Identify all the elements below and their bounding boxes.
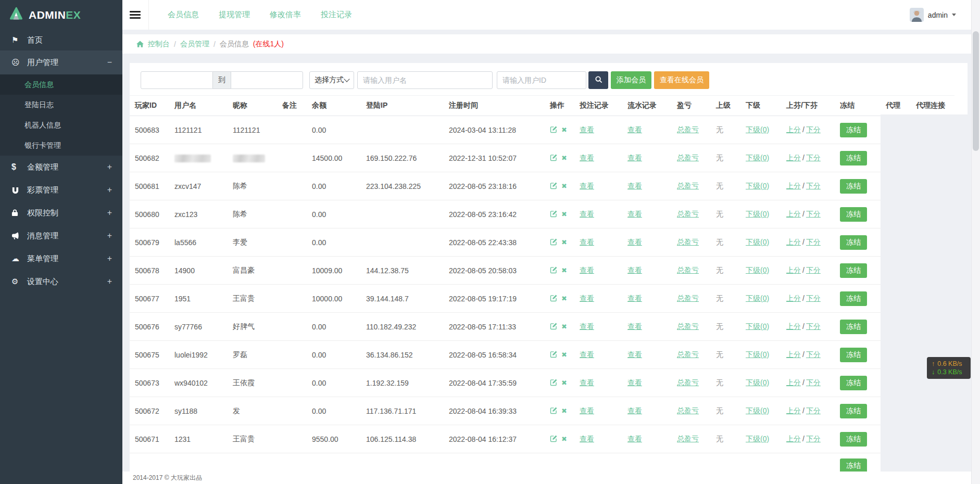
- deduct-points-link[interactable]: 下分: [806, 350, 821, 359]
- sidebar-item-permission-control[interactable]: 权限控制 +: [0, 201, 122, 224]
- total-profit-link[interactable]: 总盈亏: [677, 210, 699, 218]
- add-points-link[interactable]: 上分: [786, 406, 801, 415]
- delete-icon[interactable]: ✖: [561, 126, 567, 134]
- subordinates-link[interactable]: 下级(0): [746, 238, 769, 246]
- view-bets-link[interactable]: 查看: [580, 435, 594, 443]
- freeze-button[interactable]: 冻结: [840, 348, 867, 362]
- deduct-points-link[interactable]: 下分: [806, 182, 821, 190]
- edit-icon[interactable]: [550, 322, 558, 332]
- menu-toggle-button[interactable]: [130, 9, 141, 20]
- range-start-input[interactable]: [141, 71, 213, 89]
- scrollbar-thumb[interactable]: [973, 31, 979, 151]
- scrollbar[interactable]: [971, 0, 980, 484]
- range-end-input[interactable]: [231, 71, 303, 89]
- add-points-link[interactable]: 上分: [786, 266, 801, 274]
- view-flow-link[interactable]: 查看: [627, 322, 642, 330]
- subordinates-link[interactable]: 下级(0): [746, 435, 769, 443]
- sidebar-item-lottery-mgmt[interactable]: 彩票管理 +: [0, 179, 122, 201]
- sidebar-item-home[interactable]: ⚑ 首页: [0, 30, 122, 50]
- sidebar-item-settings-center[interactable]: ⚙ 设置中心 +: [0, 270, 122, 293]
- subordinates-link[interactable]: 下级(0): [746, 378, 769, 387]
- search-button[interactable]: [588, 71, 608, 89]
- sidebar-item-message-mgmt[interactable]: 消息管理 +: [0, 224, 122, 247]
- freeze-button[interactable]: 冻结: [840, 235, 867, 250]
- add-points-link[interactable]: 上分: [786, 125, 801, 134]
- delete-icon[interactable]: ✖: [561, 351, 567, 359]
- add-points-link[interactable]: 上分: [786, 154, 801, 162]
- tab-member-info[interactable]: 会员信息: [168, 10, 199, 20]
- delete-icon[interactable]: ✖: [561, 295, 567, 302]
- total-profit-link[interactable]: 总盈亏: [677, 378, 699, 387]
- total-profit-link[interactable]: 总盈亏: [677, 435, 699, 443]
- total-profit-link[interactable]: 总盈亏: [677, 406, 699, 415]
- subordinates-link[interactable]: 下级(0): [746, 294, 769, 302]
- delete-icon[interactable]: ✖: [561, 266, 567, 274]
- freeze-button[interactable]: 冻结: [840, 291, 867, 306]
- total-profit-link[interactable]: 总盈亏: [677, 322, 699, 330]
- deduct-points-link[interactable]: 下分: [806, 406, 821, 415]
- deduct-points-link[interactable]: 下分: [806, 210, 821, 218]
- deduct-points-link[interactable]: 下分: [806, 154, 821, 162]
- deduct-points-link[interactable]: 下分: [806, 435, 821, 443]
- search-type-select[interactable]: 选择方式: [309, 71, 354, 89]
- deduct-points-link[interactable]: 下分: [806, 378, 821, 387]
- freeze-button[interactable]: 冻结: [840, 320, 867, 334]
- freeze-button[interactable]: 冻结: [840, 123, 867, 137]
- subordinates-link[interactable]: 下级(0): [746, 182, 769, 190]
- edit-icon[interactable]: [550, 435, 558, 444]
- edit-icon[interactable]: [550, 182, 558, 191]
- delete-icon[interactable]: ✖: [561, 182, 567, 190]
- sidebar-item-money-mgmt[interactable]: $ 金额管理 +: [0, 156, 122, 179]
- sidebar-subitem-robot-info[interactable]: 机器人信息: [0, 115, 122, 135]
- username-input[interactable]: [357, 71, 493, 89]
- freeze-button[interactable]: 冻结: [840, 207, 867, 222]
- freeze-button[interactable]: 冻结: [840, 458, 867, 472]
- add-points-link[interactable]: 上分: [786, 350, 801, 359]
- deduct-points-link[interactable]: 下分: [806, 266, 821, 274]
- sidebar-subitem-member-info[interactable]: 会员信息: [0, 74, 122, 95]
- view-bets-link[interactable]: 查看: [580, 378, 594, 387]
- add-points-link[interactable]: 上分: [786, 210, 801, 218]
- view-bets-link[interactable]: 查看: [580, 350, 594, 359]
- delete-icon[interactable]: ✖: [561, 323, 567, 330]
- tab-modify-rate[interactable]: 修改倍率: [270, 10, 301, 20]
- add-member-button[interactable]: 添加会员: [611, 71, 651, 89]
- edit-icon[interactable]: [550, 125, 558, 135]
- view-flow-link[interactable]: 查看: [627, 406, 642, 415]
- subordinates-link[interactable]: 下级(0): [746, 322, 769, 330]
- view-flow-link[interactable]: 查看: [627, 294, 642, 302]
- view-flow-link[interactable]: 查看: [627, 154, 642, 162]
- deduct-points-link[interactable]: 下分: [806, 322, 821, 330]
- sidebar-item-menu-mgmt[interactable]: ☁ 菜单管理 +: [0, 247, 122, 270]
- delete-icon[interactable]: ✖: [561, 435, 567, 443]
- view-bets-link[interactable]: 查看: [580, 210, 594, 218]
- freeze-button[interactable]: 冻结: [840, 263, 867, 278]
- freeze-button[interactable]: 冻结: [840, 376, 867, 390]
- view-flow-link[interactable]: 查看: [627, 210, 642, 218]
- view-flow-link[interactable]: 查看: [627, 378, 642, 387]
- view-online-button[interactable]: 查看在线会员: [654, 71, 709, 89]
- sidebar-subitem-bankcard-mgmt[interactable]: 银行卡管理: [0, 135, 122, 156]
- userid-input[interactable]: [497, 71, 586, 89]
- add-points-link[interactable]: 上分: [786, 322, 801, 330]
- deduct-points-link[interactable]: 下分: [806, 125, 821, 134]
- add-points-link[interactable]: 上分: [786, 238, 801, 246]
- view-bets-link[interactable]: 查看: [580, 294, 594, 302]
- subordinates-link[interactable]: 下级(0): [746, 125, 769, 134]
- edit-icon[interactable]: [550, 154, 558, 163]
- edit-icon[interactable]: [550, 210, 558, 219]
- tab-bet-records[interactable]: 投注记录: [321, 10, 352, 20]
- view-flow-link[interactable]: 查看: [627, 350, 642, 359]
- sidebar-subitem-login-log[interactable]: 登陆日志: [0, 95, 122, 115]
- add-points-link[interactable]: 上分: [786, 378, 801, 387]
- total-profit-link[interactable]: 总盈亏: [677, 182, 699, 190]
- total-profit-link[interactable]: 总盈亏: [677, 154, 699, 162]
- delete-icon[interactable]: ✖: [561, 210, 567, 218]
- add-points-link[interactable]: 上分: [786, 294, 801, 302]
- edit-icon[interactable]: [550, 350, 558, 360]
- add-points-link[interactable]: 上分: [786, 182, 801, 190]
- breadcrumb-root[interactable]: 控制台: [148, 40, 170, 49]
- total-profit-link[interactable]: 总盈亏: [677, 125, 699, 134]
- view-flow-link[interactable]: 查看: [627, 266, 642, 274]
- total-profit-link[interactable]: 总盈亏: [677, 294, 699, 302]
